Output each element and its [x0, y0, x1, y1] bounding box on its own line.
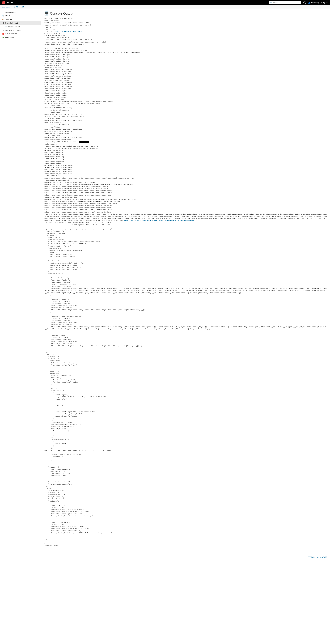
arrow-up-icon: ⬆ — [2, 11, 4, 13]
sidebar-label: Previous Build — [5, 36, 16, 38]
console-title-icon: 🖥️ — [44, 11, 49, 16]
sidebar-item-console-output[interactable]: 🖥 Console Output — [0, 21, 41, 25]
help-icon: ? — [304, 1, 306, 4]
page-title: 🖥️ Console Output — [44, 11, 327, 16]
page-title-text: Console Output — [50, 12, 73, 16]
rest-api-link[interactable]: REST API — [308, 556, 315, 558]
git-prefix: + git clone — [44, 31, 54, 32]
sidebar-label: Delete build '#25' — [5, 33, 18, 35]
main-content: 🖥️ Console Output Started by remote host… — [41, 9, 330, 550]
changes-icon: 📋 — [2, 18, 4, 20]
plain-text-icon: 📄 — [5, 26, 7, 28]
api-url-link[interactable]: http://192.168.50.16:32587/kube-api/apis… — [124, 220, 194, 222]
logout-link[interactable]: ⎋ log out — [321, 2, 328, 4]
sidebar-label: Changes — [5, 18, 12, 20]
page-footer: REST API Jenkins 2.259 — [0, 554, 330, 560]
status-icon: 🔍 — [2, 15, 4, 17]
console-icon: 🖥 — [2, 22, 4, 24]
search-input[interactable] — [273, 2, 300, 4]
edit-icon: ✎ — [2, 29, 4, 31]
brand-text: Jenkins — [6, 2, 14, 4]
sidebar-item-previous-build[interactable]: ⬅ Previous Build — [0, 36, 41, 39]
console-block-2: Cloning into 'cicd'... +'+ date +%Y.%m.%… — [44, 33, 140, 143]
top-header: Jenkins 🔍 ? 👤 Alisenwong ⎋ log out — [0, 0, 330, 5]
help-button[interactable]: ? — [304, 1, 306, 4]
breadcrumb-dashboard[interactable]: Dashboard — [2, 6, 10, 8]
redacted-password: xxxxx — [79, 141, 89, 143]
breadcrumb: Dashboard CICD #25 — [0, 5, 330, 9]
search-icon: 🔍 — [270, 2, 272, 4]
console-log: Started by remote host 192.168.50.17 Run… — [44, 18, 327, 547]
console-json-body: "kind": "Deployment", "apiVersion": "app… — [44, 230, 327, 546]
prev-icon: ⬅ — [2, 36, 4, 38]
user-icon: 👤 — [308, 2, 310, 4]
breadcrumb-build[interactable]: #25 — [22, 6, 24, 8]
sidebar-item-delete-build[interactable]: ⛔ Delete build '#25' — [0, 32, 41, 36]
breadcrumb-cicd[interactable]: CICD — [14, 6, 18, 8]
sidebar-label: Status — [5, 15, 10, 17]
sidebar-item-status[interactable]: 🔍 Status — [0, 14, 41, 18]
console-curl-header: % Total % Received % Xferd Average Speed… — [44, 222, 112, 230]
sidebar-label: View as plain text — [8, 26, 20, 28]
delete-icon: ⛔ — [2, 33, 4, 35]
git-url-link[interactable]: http://192.168.50.17/root/cicd.git — [54, 31, 84, 32]
username: Alisenwong — [311, 2, 319, 4]
sidebar-item-view-plain-text[interactable]: 📄 View as plain text — [0, 25, 41, 28]
search-box[interactable]: 🔍 — [269, 1, 302, 4]
sidebar: ⬆ Back to Project 🔍 Status 📋 Changes 🖥 C… — [0, 9, 41, 550]
sidebar-item-edit-build-info[interactable]: ✎ Edit Build Information — [0, 28, 41, 32]
sidebar-label: Back to Project — [5, 11, 16, 13]
console-login-block: Login Succeeded + docker push 192.168.50… — [44, 143, 327, 222]
sidebar-label: Edit Build Information — [5, 29, 21, 31]
logout-text: log out — [323, 2, 328, 4]
jenkins-version-link[interactable]: Jenkins 2.259 — [318, 556, 327, 558]
user-link[interactable]: 👤 Alisenwong — [308, 2, 319, 4]
logout-icon: ⎋ — [321, 2, 322, 4]
jenkins-logo[interactable]: Jenkins — [2, 1, 14, 4]
console-block-1: Started by remote host 192.168.50.17 Run… — [44, 18, 91, 30]
sidebar-item-back-to-project[interactable]: ⬆ Back to Project — [0, 10, 41, 14]
sidebar-label: Console Output — [5, 22, 18, 24]
sidebar-item-changes[interactable]: 📋 Changes — [0, 18, 41, 21]
jenkins-icon — [2, 1, 5, 4]
